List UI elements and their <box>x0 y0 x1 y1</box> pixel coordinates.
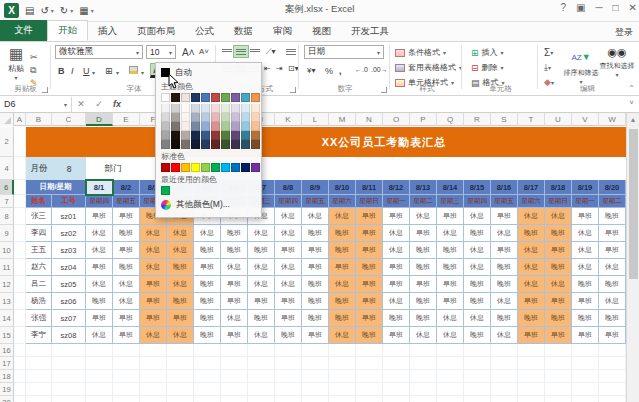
column-header-U[interactable]: U <box>545 113 572 126</box>
shift-cell[interactable]: 休息 <box>383 242 410 259</box>
shift-cell[interactable]: 晚班 <box>410 293 437 310</box>
cell-H20[interactable] <box>194 396 221 402</box>
shift-cell[interactable]: 晚班 <box>275 327 302 344</box>
shift-cell[interactable]: 休息 <box>221 310 248 327</box>
theme-variant-swatch[interactable] <box>231 131 240 140</box>
theme-variant-swatch[interactable] <box>231 140 240 149</box>
employee-id-cell[interactable]: sz05 <box>52 276 86 293</box>
cell-A16[interactable] <box>14 344 26 357</box>
theme-variant-swatch[interactable] <box>241 122 250 131</box>
shift-cell[interactable]: 晚班 <box>329 225 356 242</box>
theme-variant-swatch[interactable] <box>191 131 200 140</box>
collapse-ribbon-icon[interactable]: ⌃ <box>628 84 635 93</box>
cell-R19[interactable] <box>464 383 491 396</box>
date-header-cell[interactable]: 8/2 <box>113 180 140 195</box>
shift-cell[interactable]: 休息 <box>491 327 518 344</box>
shift-cell[interactable]: 晚班 <box>302 310 329 327</box>
theme-color-swatch[interactable] <box>181 93 190 102</box>
select-all-corner[interactable] <box>0 113 14 126</box>
shift-cell[interactable]: 休息 <box>221 259 248 276</box>
cell-V18[interactable] <box>572 370 599 383</box>
date-week-corner-cell[interactable]: 日期/星期 <box>26 180 86 195</box>
employee-id-cell[interactable]: sz02 <box>52 225 86 242</box>
shift-cell[interactable]: 晚班 <box>518 310 545 327</box>
theme-color-swatch[interactable] <box>241 93 250 102</box>
cell-A9[interactable] <box>14 225 26 242</box>
shift-cell[interactable]: 休息 <box>275 225 302 242</box>
row-header-7[interactable]: 7 <box>0 195 14 208</box>
cell-E17[interactable] <box>113 357 140 370</box>
standard-color-swatch[interactable] <box>161 163 170 172</box>
shift-cell[interactable]: 休息 <box>437 225 464 242</box>
cell-M19[interactable] <box>329 383 356 396</box>
shift-cell[interactable]: 早班 <box>572 293 599 310</box>
theme-variant-swatch[interactable] <box>181 131 190 140</box>
sort-filter-button[interactable]: AZ▼ 排序和筛选 ▾ <box>563 46 599 85</box>
cell-F20[interactable] <box>140 396 167 402</box>
date-header-cell[interactable]: 8/9 <box>302 180 329 195</box>
weekday-header-cell[interactable]: 星期五 <box>113 195 140 208</box>
cell-A17[interactable] <box>14 357 26 370</box>
weekday-header-cell[interactable]: 星期四 <box>464 195 491 208</box>
shift-cell[interactable]: 晚班 <box>167 259 194 276</box>
decrease-decimal-icon[interactable]: .00→ <box>368 64 391 75</box>
cell-A6[interactable] <box>14 180 26 195</box>
shift-cell[interactable]: 晚班 <box>194 276 221 293</box>
cell-G16[interactable] <box>167 344 194 357</box>
shift-cell[interactable]: 早班 <box>275 242 302 259</box>
cell-I16[interactable] <box>221 344 248 357</box>
shift-cell[interactable]: 晚班 <box>491 276 518 293</box>
column-header-P[interactable]: P <box>410 113 437 126</box>
standard-color-swatch[interactable] <box>171 163 180 172</box>
theme-variant-swatch[interactable] <box>161 122 170 131</box>
theme-variant-swatch[interactable] <box>191 113 200 122</box>
tab-视图[interactable]: 视图 <box>302 22 341 41</box>
theme-variant-swatch[interactable] <box>171 113 180 122</box>
shift-cell[interactable]: 晚班 <box>518 225 545 242</box>
shift-cell[interactable]: 晚班 <box>545 310 572 327</box>
shift-cell[interactable]: 休息 <box>572 225 599 242</box>
date-header-cell[interactable]: 8/15 <box>464 180 491 195</box>
shift-cell[interactable]: 晚班 <box>599 208 626 225</box>
shift-cell[interactable]: 休息 <box>140 225 167 242</box>
border-dropdown-icon[interactable]: ▾ <box>116 69 119 76</box>
date-header-cell[interactable]: 8/18 <box>545 180 572 195</box>
theme-variant-swatch[interactable] <box>211 113 220 122</box>
cell-A15[interactable] <box>14 327 26 344</box>
cell-S16[interactable] <box>491 344 518 357</box>
weekday-header-cell[interactable]: 星期日 <box>545 195 572 208</box>
standard-color-swatch[interactable] <box>201 163 210 172</box>
shift-cell[interactable]: 休息 <box>545 208 572 225</box>
shift-cell[interactable]: 晚班 <box>221 242 248 259</box>
shift-cell[interactable]: 晚班 <box>302 225 329 242</box>
cell-F16[interactable] <box>140 344 167 357</box>
theme-color-swatch[interactable] <box>171 93 180 102</box>
expand-formula-bar-icon[interactable]: ˅ <box>629 98 634 107</box>
cell-O20[interactable] <box>383 396 410 402</box>
date-header-cell[interactable]: 8/14 <box>437 180 464 195</box>
shift-cell[interactable]: 晚班 <box>86 293 113 310</box>
row-header-8[interactable]: 8 <box>0 208 14 225</box>
theme-variant-swatch[interactable] <box>221 122 230 131</box>
cell-S20[interactable] <box>491 396 518 402</box>
weekday-header-cell[interactable]: 星期四 <box>86 195 113 208</box>
selected-cell-D6[interactable]: 8/1 <box>86 180 113 195</box>
cell-A11[interactable] <box>14 259 26 276</box>
cell-V20[interactable] <box>572 396 599 402</box>
date-header-cell[interactable]: 8/19 <box>572 180 599 195</box>
theme-variant-swatch[interactable] <box>231 104 240 113</box>
column-header-L[interactable]: L <box>302 113 329 126</box>
date-header-cell[interactable]: 8/20 <box>599 180 626 195</box>
shift-cell[interactable]: 早班 <box>545 293 572 310</box>
cell-N19[interactable] <box>356 383 383 396</box>
theme-color-swatch[interactable] <box>211 93 220 102</box>
shift-cell[interactable]: 晚班 <box>194 242 221 259</box>
employee-id-cell[interactable]: sz03 <box>52 242 86 259</box>
cell-I18[interactable] <box>221 370 248 383</box>
recent-color-swatch[interactable] <box>161 186 170 195</box>
theme-variant-swatch[interactable] <box>251 113 260 122</box>
theme-variant-swatch[interactable] <box>181 140 190 149</box>
weekday-header-cell[interactable]: 星期二 <box>410 195 437 208</box>
row-header-17[interactable]: 17 <box>0 357 14 370</box>
orientation-icon[interactable]: ⟋▾ <box>263 45 279 59</box>
